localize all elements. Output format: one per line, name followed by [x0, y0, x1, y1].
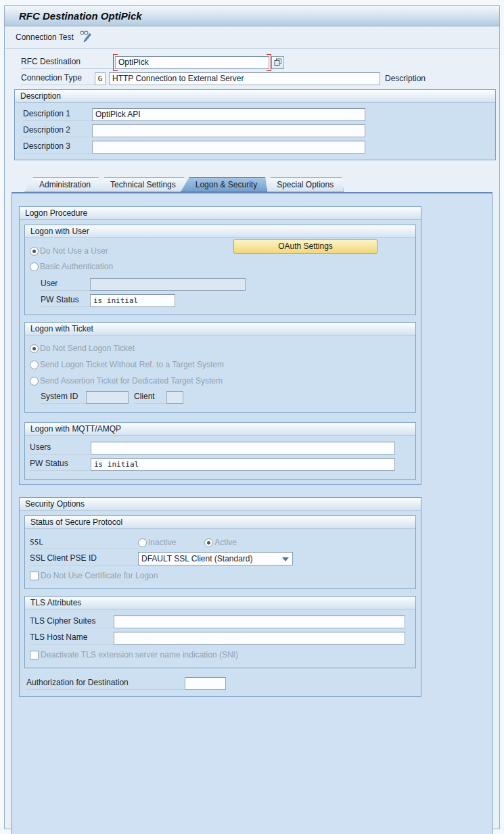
no-cert-checkbox [30, 572, 39, 580]
basic-auth-label: Basic Authentication [40, 262, 113, 271]
tls-cipher-input[interactable] [114, 616, 405, 628]
sni-option: Deactivate TLS extension server name ind… [30, 647, 411, 662]
ssl-active-label: Active [214, 538, 237, 547]
secure-protocol-title: Status of Secure Protocol [25, 516, 415, 529]
connection-test-label: Connection Test [16, 32, 74, 42]
tls-attributes-title: TLS Attributes [25, 597, 415, 609]
description-groupbox: Description Description 1 Description 2 … [14, 89, 496, 160]
tls-host-row: TLS Host Name [30, 630, 411, 646]
logon-procedure-title: Logon Procedure [20, 207, 421, 220]
rfc-destination-focus [115, 56, 269, 69]
tls-attributes-groupbox: TLS Attributes TLS Cipher Suites TLS Hos… [24, 596, 416, 668]
basic-auth-radio [30, 262, 39, 271]
display-change-icon[interactable] [79, 30, 93, 45]
description-1-label: Description 1 [23, 108, 92, 121]
system-id-label: System ID [41, 390, 86, 404]
ssl-pse-dropdown[interactable]: DFAULT SSL Client (Standard) [138, 552, 293, 565]
no-ticket-radio [30, 344, 39, 353]
mqtt-pw-status-label: PW Status [30, 457, 91, 471]
logon-security-panel: Logon Procedure Logon with User Do Not U… [12, 192, 492, 834]
tab-special-options[interactable]: Special Options [262, 177, 344, 192]
client-label: Client [134, 390, 166, 404]
sap-window: RFC Destination OptiPick Connection Test… [4, 5, 500, 829]
pw-status-label: PW Status [41, 294, 90, 307]
tls-cipher-row: TLS Cipher Suites [30, 613, 411, 630]
description-3-input[interactable] [92, 141, 365, 154]
description-2-row: Description 2 [23, 123, 495, 138]
authorization-row: Authorization for Destination [24, 675, 416, 691]
ssl-inactive-radio [138, 538, 147, 547]
no-ticket-option: Do Not Send Logon Ticket [30, 341, 411, 356]
no-ticket-label: Do Not Send Logon Ticket [40, 344, 135, 353]
rfc-destination-label: RFC Destination [21, 55, 115, 69]
description-1-input[interactable] [92, 108, 365, 121]
ticket-no-ref-radio [30, 361, 39, 369]
logon-with-mqtt-groupbox: Logon with MQTT/AMQP Users PW Status [24, 422, 416, 480]
ssl-pse-label: SSL Client PSE ID [30, 552, 138, 565]
sni-checkbox [30, 651, 39, 659]
logon-with-mqtt-title: Logon with MQTT/AMQP [25, 423, 415, 436]
logon-with-user-groupbox: Logon with User Do Not Use a User OAuth … [24, 225, 416, 315]
dropdown-arrow-icon [282, 557, 289, 561]
tab-administration[interactable]: Administration [24, 177, 101, 192]
user-label: User [41, 277, 90, 291]
ssl-pse-value: DFAULT SSL Client (Standard) [141, 554, 253, 563]
tls-host-input[interactable] [114, 632, 405, 645]
tab-strip: Administration Technical Settings Logon … [24, 177, 499, 192]
basic-auth-option: Basic Authentication [30, 259, 411, 274]
do-not-use-user-label: Do Not Use a User [40, 246, 108, 256]
ticket-no-ref-option: Send Logon Ticket Without Ref. to a Targ… [30, 357, 411, 372]
ssl-active-radio [204, 538, 213, 547]
security-options-title: Security Options [20, 498, 421, 511]
oauth-settings-button[interactable]: OAuth Settings [233, 239, 377, 254]
no-cert-option: Do Not Use Certificate for Logon [30, 568, 411, 583]
logon-with-ticket-groupbox: Logon with Ticket Do Not Send Logon Tick… [24, 322, 416, 413]
ssl-row: SSL Inactive Active [30, 534, 411, 551]
rfc-destination-row: RFC Destination [21, 55, 499, 70]
connection-type-row: Connection Type G Description [21, 71, 499, 86]
user-row: User [41, 276, 411, 292]
authorization-input[interactable] [185, 677, 226, 690]
pw-status-row: PW Status [41, 292, 411, 308]
client-input [166, 391, 183, 404]
connection-type-code[interactable]: G [95, 72, 106, 85]
mqtt-users-row: Users [30, 440, 411, 456]
no-cert-label: Do Not Use Certificate for Logon [41, 571, 158, 580]
authorization-label: Authorization for Destination [26, 676, 185, 690]
tls-cipher-label: TLS Cipher Suites [30, 615, 114, 628]
logon-with-ticket-title: Logon with Ticket [25, 323, 415, 335]
description-3-row: Description 3 [23, 139, 495, 154]
security-options-groupbox: Security Options Status of Secure Protoc… [19, 497, 421, 697]
do-not-use-user-radio [30, 247, 39, 256]
mqtt-pw-status-value [91, 458, 395, 471]
mqtt-users-input[interactable] [91, 442, 395, 455]
user-input [90, 278, 246, 291]
tab-logon-security[interactable]: Logon & Security [181, 177, 267, 192]
connection-test-button[interactable]: Connection Test [16, 30, 93, 45]
system-id-input [86, 391, 129, 404]
logon-procedure-groupbox: Logon Procedure Logon with User Do Not U… [19, 206, 421, 485]
ssl-pse-row: SSL Client PSE ID DFAULT SSL Client (Sta… [30, 551, 411, 567]
description-3-label: Description 3 [23, 140, 92, 154]
description-1-row: Description 1 [23, 107, 495, 122]
connection-type-description-label: Description [385, 74, 426, 83]
connection-type-label: Connection Type [21, 72, 95, 85]
description-2-label: Description 2 [23, 124, 92, 137]
description-2-input[interactable] [92, 124, 365, 137]
assertion-ticket-radio [30, 377, 39, 386]
page-title: RFC Destination OptiPick [5, 6, 499, 26]
application-toolbar: Connection Test [5, 26, 499, 49]
do-not-use-user-option: Do Not Use a User OAuth Settings [30, 243, 411, 259]
logon-with-user-title: Logon with User [25, 225, 415, 238]
tab-technical-settings[interactable]: Technical Settings [95, 177, 186, 192]
copy-icon[interactable] [271, 56, 284, 69]
rfc-destination-input[interactable] [115, 56, 269, 69]
sni-label: Deactivate TLS extension server name ind… [41, 650, 238, 659]
secure-protocol-groupbox: Status of Secure Protocol SSL Inactive A… [24, 515, 416, 589]
connection-type-text-input[interactable] [109, 72, 380, 85]
ticket-no-ref-label: Send Logon Ticket Without Ref. to a Targ… [40, 360, 224, 369]
ssl-inactive-label: Inactive [148, 538, 176, 547]
description-group-title: Description [15, 90, 495, 103]
assertion-ticket-label: Send Assertion Ticket for Dedicated Targ… [40, 376, 223, 386]
mqtt-pw-status-row: PW Status [30, 456, 411, 472]
